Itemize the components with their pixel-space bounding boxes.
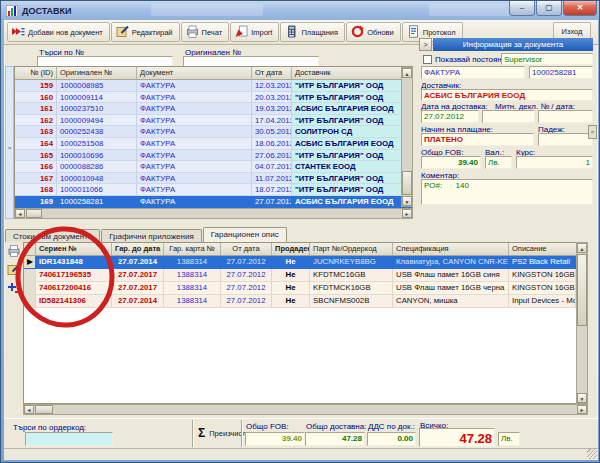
maximize-button[interactable]: ▢: [536, 1, 562, 16]
documents-vscrollbar[interactable]: ▲ ▼: [401, 67, 413, 207]
toolbar-button-add-document[interactable]: Добави нов документ: [7, 22, 110, 42]
tab-0[interactable]: Стоки към документа: [5, 229, 100, 242]
column-header-part[interactable]: Парт №/Ордеркод: [310, 243, 393, 255]
comment-box[interactable]: PO#: 140: [421, 179, 593, 205]
warranty-row[interactable]: ID58214130627.07.2014138831427.07.2012Не…: [24, 295, 576, 308]
document-row[interactable]: 1630000252438ФАКТУРА30.05.2012СОЛИТРОН С…: [15, 126, 412, 138]
vscroll-thumb[interactable]: [402, 171, 412, 195]
tab-1[interactable]: Графични приложения: [101, 229, 202, 242]
warranty-row[interactable]: ▶IDR143184827.07.2014138831427.07.2012Не…: [24, 256, 576, 269]
scroll-right-icon[interactable]: ►: [402, 209, 412, 218]
column-header-id[interactable]: № (ID): [15, 67, 57, 79]
detail-tabs: Стоки към документаГрафични приложенияГа…: [5, 227, 288, 242]
toolbar-button-edit[interactable]: Редактирай: [111, 22, 180, 42]
total-delivered-label: Общо доставна:: [306, 422, 366, 431]
column-header-serial[interactable]: Сериен №: [36, 243, 112, 255]
add-document-icon: [12, 25, 28, 40]
document-row[interactable]: 1601000009114ФАКТУРА20.03.2012"ИТР БЪЛГА…: [15, 92, 412, 104]
warranty-row[interactable]: 74061719653527.07.2017138831427.07.2012Н…: [24, 269, 576, 282]
left-splitter[interactable]: >: [5, 66, 14, 219]
scroll-up-icon[interactable]: ▲: [577, 243, 587, 253]
cell-part: KFDTMC16GB: [310, 269, 393, 282]
column-header-spec[interactable]: Спецификация: [393, 243, 509, 255]
report-icon[interactable]: [7, 244, 21, 258]
warranty-row[interactable]: 74061720041627.07.2017138831427.07.2012Н…: [24, 282, 576, 295]
payment-field[interactable]: ПЛАТЕНО: [421, 133, 534, 146]
toolbar-button-refresh[interactable]: Обнови: [346, 22, 401, 42]
toolbar-button-print[interactable]: Печат: [181, 22, 230, 42]
cell-sold: Не: [272, 295, 310, 308]
toolbar-button-import[interactable]: Import: [230, 22, 279, 42]
currency-label-field: Лв.: [498, 432, 520, 446]
order-search-input[interactable]: [25, 432, 113, 446]
document-row[interactable]: 1660000088286ФАКТУРА04.07.2012СТАНТЕК ЕО…: [15, 161, 412, 173]
column-header-date[interactable]: От дата: [252, 67, 292, 79]
window-title: ДОСТАВКИ: [22, 6, 72, 16]
cell-card: 1388314: [164, 256, 221, 269]
column-header-document[interactable]: Документ: [137, 67, 252, 79]
customs-no-field[interactable]: [482, 110, 535, 123]
column-header-original[interactable]: Оригинален №: [57, 67, 137, 79]
panel-expand-icon[interactable]: >: [419, 38, 432, 51]
customs-date-field[interactable]: [538, 110, 593, 123]
warranty-hscrollbar[interactable]: ◄ ►: [23, 404, 588, 415]
due-field[interactable]: [538, 133, 593, 146]
title-bar[interactable]: ДОСТАВКИ – ▢ ✕: [1, 1, 600, 20]
refresh-icon: [351, 25, 367, 40]
toolbar-button-label: Печат: [202, 28, 223, 37]
adjust-quantity-icon[interactable]: [7, 281, 21, 295]
documents-hscrollbar[interactable]: ◄ ►: [14, 208, 413, 219]
edit-note-icon[interactable]: [7, 263, 21, 277]
cell-warranty_until: 27.07.2014: [112, 295, 164, 308]
resize-grip[interactable]: [587, 449, 597, 459]
cell-sold: Не: [272, 256, 310, 269]
scroll-down-icon[interactable]: ▼: [577, 393, 587, 403]
document-row[interactable]: 1671000010948ФАКТУРА11.07.2012"ИТР БЪЛГА…: [15, 173, 412, 185]
scroll-right-icon[interactable]: ►: [577, 405, 587, 414]
cell-supplier: СОЛИТРОН СД: [292, 126, 412, 138]
cell-supplier: "ИТР БЪЛГАРИЯ" ООД: [292, 115, 412, 127]
cell-part: SBCNFMS002B: [310, 295, 393, 308]
delivery-date-field[interactable]: 27.07.2012: [421, 110, 479, 123]
column-header-description[interactable]: Описание: [509, 243, 576, 255]
toolbar-button-payments[interactable]: Плащания: [280, 22, 345, 42]
document-row[interactable]: 1591000008985ФАКТУРА12.03.2012"ИТР БЪЛГА…: [15, 80, 412, 92]
document-row[interactable]: 1611000237510ФАКТУРА19.03.2012АСБИС БЪЛГ…: [15, 103, 412, 115]
document-row[interactable]: 1641000251508ФАКТУРА18.06.2012АСБИС БЪЛГ…: [15, 138, 412, 150]
document-row[interactable]: 1691000258281ФАКТУРА27.07.2012АСБИС БЪЛГ…: [15, 196, 412, 208]
minimize-button[interactable]: –: [509, 1, 535, 16]
column-header-sold[interactable]: Продадено: [272, 243, 310, 255]
documents-table[interactable]: № (ID) Оригинален № Документ От дата Дос…: [14, 66, 413, 208]
warranty-table[interactable]: Сериен № Гар. до дата Гар. карта № От да…: [23, 242, 576, 404]
column-header-supplier[interactable]: Доставчик: [292, 67, 412, 79]
hscroll-thumb[interactable]: [35, 405, 53, 414]
scroll-left-icon[interactable]: ◄: [15, 209, 25, 218]
document-row[interactable]: 1651000010696ФАКТУРА27.06.2012"ИТР БЪЛГА…: [15, 150, 412, 162]
cell-id: 167: [15, 173, 57, 185]
cell-date: 27.07.2012: [221, 256, 272, 269]
scroll-up-icon[interactable]: ▲: [402, 68, 412, 78]
column-header-warranty-until[interactable]: Гар. до дата: [112, 243, 164, 255]
warranty-vscrollbar[interactable]: ▲ ▼: [576, 242, 588, 404]
hscroll-thumb[interactable]: [26, 209, 42, 218]
column-header-from-date[interactable]: От дата: [221, 243, 272, 255]
warranty-table-header: Сериен № Гар. до дата Гар. карта № От да…: [24, 243, 576, 256]
cell-spec: USB Флаш памет 16GB черна: [393, 282, 509, 295]
collapse-right-panel-icon[interactable]: <: [588, 125, 597, 139]
scroll-left-icon[interactable]: ◄: [24, 405, 34, 414]
toolbar-button-label: Редактирай: [132, 28, 173, 37]
document-row[interactable]: 1681000011066ФАКТУРА18.07.2012"ИТР БЪЛГА…: [15, 184, 412, 196]
column-header-warranty-card[interactable]: Гар. карта №: [164, 243, 221, 255]
tab-2[interactable]: Гаранционен опис: [203, 227, 287, 242]
cell-warranty_until: 27.07.2017: [112, 269, 164, 282]
vat-field: 0.00: [367, 432, 416, 446]
total-delivered-field: 47.28: [305, 432, 365, 446]
expand-left-panel-icon[interactable]: >: [6, 145, 13, 151]
cell-doc: ФАКТУРА: [137, 161, 252, 173]
cell-doc: ФАКТУРА: [137, 115, 252, 127]
show-always-checkbox[interactable]: [423, 55, 432, 64]
close-button[interactable]: ✕: [563, 1, 597, 16]
scroll-down-icon[interactable]: ▼: [402, 196, 412, 206]
vscroll-thumb[interactable]: [577, 254, 587, 326]
document-row[interactable]: 1621000009494ФАКТУРА17.04.2012"ИТР БЪЛГА…: [15, 115, 412, 127]
